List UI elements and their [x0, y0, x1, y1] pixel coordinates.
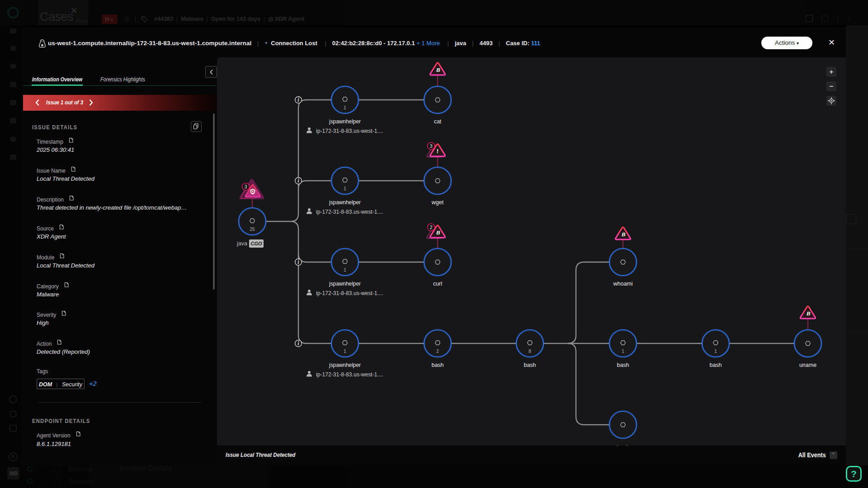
svg-text:B: B: [622, 232, 625, 237]
svg-text:CGO: CGO: [250, 241, 262, 246]
svg-text:2: 2: [429, 225, 432, 230]
svg-text:1: 1: [344, 348, 346, 354]
svg-text:B: B: [807, 311, 810, 316]
svg-text:bash: bash: [524, 362, 536, 368]
svg-text:whoami: whoami: [613, 281, 632, 287]
svg-text:jspawnhelper: jspawnhelper: [329, 118, 361, 125]
svg-text:MB: MB: [9, 470, 18, 477]
svg-text:2: 2: [436, 348, 439, 354]
svg-text:cat: cat: [434, 118, 442, 125]
svg-text:jspawnhelper: jspawnhelper: [329, 281, 361, 287]
svg-text:ip-172-31-8-83.us-west-1....: ip-172-31-8-83.us-west-1....: [316, 371, 383, 378]
svg-text:uname: uname: [799, 362, 816, 368]
svg-text:ip-172-31-8-83.us-west-1....: ip-172-31-8-83.us-west-1....: [316, 209, 383, 215]
svg-text:ip-172-31-8-83.us-west-1....: ip-172-31-8-83.us-west-1....: [316, 290, 383, 296]
svg-text:B: B: [436, 67, 440, 73]
svg-text:1: 1: [344, 105, 346, 110]
svg-text:wget: wget: [431, 199, 444, 206]
svg-text:curl: curl: [433, 281, 442, 287]
svg-text:1: 1: [344, 267, 346, 272]
svg-text:jspawnhelper: jspawnhelper: [329, 199, 361, 206]
svg-text:bash: bash: [431, 362, 443, 368]
svg-text:1: 1: [344, 186, 346, 191]
svg-text:B: B: [436, 230, 440, 235]
svg-text:!: !: [437, 148, 439, 155]
svg-text:ip-172-31-8-83.us-west-1....: ip-172-31-8-83.us-west-1....: [316, 128, 383, 134]
svg-text:1: 1: [622, 348, 624, 354]
svg-text:1: 1: [714, 348, 717, 354]
svg-text:?: ?: [11, 454, 14, 460]
svg-text:8: 8: [528, 348, 531, 354]
svg-text:bash: bash: [617, 362, 629, 368]
svg-text:25: 25: [250, 226, 255, 232]
svg-text:3: 3: [244, 184, 247, 189]
svg-text:jspawnhelper: jspawnhelper: [329, 362, 361, 368]
svg-text:3: 3: [429, 143, 432, 149]
svg-text:bash: bash: [709, 362, 722, 368]
svg-text:java: java: [236, 240, 247, 247]
